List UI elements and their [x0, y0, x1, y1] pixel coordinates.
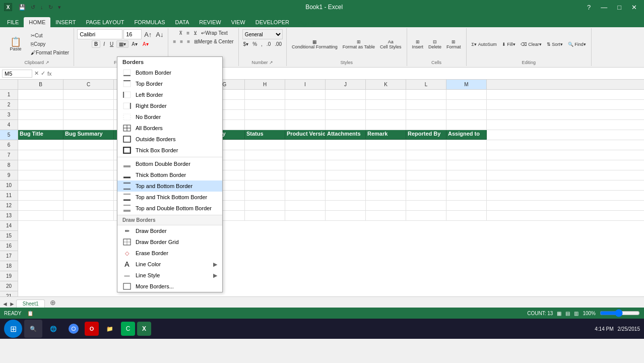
border-button[interactable]: ▦▾ — [116, 40, 128, 48]
clear-button[interactable]: ⌫ Clear▾ — [519, 41, 544, 48]
cell-styles-button[interactable]: Aa Cell Styles — [378, 38, 404, 50]
font-size-input[interactable] — [123, 29, 142, 39]
cell-m1[interactable] — [446, 90, 487, 99]
cell-l5-reportedby[interactable]: Reported By — [406, 130, 446, 140]
format-painter-button[interactable]: 🖌 Format Painter — [29, 49, 71, 56]
align-left-button[interactable]: ≡ — [171, 38, 177, 45]
insert-button[interactable]: ⊞ Insert — [410, 38, 426, 50]
undo-arrow[interactable]: ↓ — [39, 4, 45, 11]
start-button[interactable]: ⊞ — [4, 320, 22, 338]
taskbar-search-button[interactable]: 🔍 — [24, 320, 42, 338]
line-color-item[interactable]: A Line Color ▶ — [117, 259, 222, 270]
zoom-slider[interactable] — [600, 309, 640, 317]
currency-button[interactable]: $▾ — [242, 40, 250, 48]
increase-decimal-button[interactable]: .0 — [265, 40, 272, 48]
format-button[interactable]: ⊞ Format — [444, 38, 463, 50]
cell-reference-input[interactable] — [2, 70, 32, 78]
conditional-formatting-button[interactable]: ▦ Conditional Formatting — [290, 38, 340, 50]
scroll-left-tab-button[interactable]: ◄ — [2, 300, 8, 308]
all-borders-item[interactable]: All Borders — [117, 123, 222, 134]
more-qa-button[interactable]: ▾ — [56, 4, 62, 11]
sort-filter-button[interactable]: ⇅ Sort▾ — [545, 41, 565, 48]
cell-j5-attachments[interactable]: Attachments — [326, 130, 366, 140]
cell-k1[interactable] — [366, 90, 406, 99]
draw-border-item[interactable]: ✏ Draw Border — [117, 225, 222, 236]
font-name-input[interactable] — [77, 29, 122, 39]
more-borders-item[interactable]: More Borders... — [117, 281, 222, 292]
tab-file[interactable]: FILE — [2, 17, 24, 27]
underline-button[interactable]: U — [108, 41, 115, 47]
add-sheet-button[interactable]: ⊕ — [46, 297, 60, 308]
normal-view-button[interactable]: ▦ — [557, 311, 561, 316]
tab-review[interactable]: REVIEW — [194, 17, 226, 27]
cancel-input-button[interactable]: ✕ — [34, 70, 39, 77]
tab-developer[interactable]: DEVELOPER — [250, 17, 294, 27]
delete-button[interactable]: ⊟ Delete — [426, 38, 443, 50]
number-format-select[interactable]: General — [242, 29, 283, 39]
thick-box-border-item[interactable]: Thick Box Border — [117, 145, 222, 156]
format-as-table-button[interactable]: ⊞ Format as Table — [341, 38, 377, 50]
col-header-l[interactable]: L — [406, 80, 446, 89]
col-header-i[interactable]: I — [285, 80, 326, 89]
bold-button[interactable]: B — [92, 40, 100, 48]
erase-border-item[interactable]: ◇ Erase Border — [117, 248, 222, 259]
find-select-button[interactable]: 🔍 Find▾ — [566, 41, 588, 48]
bottom-border-item[interactable]: Bottom Border — [117, 67, 222, 78]
tab-home[interactable]: HOME — [24, 17, 50, 27]
wrap-text-button[interactable]: ↵ Wrap Text — [200, 29, 229, 37]
taskbar-chrome-icon[interactable] — [65, 320, 83, 338]
cut-button[interactable]: ✂ Cut — [29, 32, 71, 39]
cell-h1[interactable] — [245, 90, 285, 99]
top-thick-bottom-border-item[interactable]: Top and Thick Bottom Border — [117, 192, 222, 203]
fill-button[interactable]: ⬇ Fill▾ — [500, 41, 518, 48]
draw-border-grid-item[interactable]: Draw Border Grid — [117, 236, 222, 248]
cell-k5-remark[interactable]: Remark — [366, 130, 406, 140]
col-header-h[interactable]: H — [245, 80, 285, 89]
cell-b2[interactable] — [18, 100, 63, 109]
align-bottom-button[interactable]: ⊻ — [192, 29, 199, 37]
taskbar-excel-icon[interactable]: X — [137, 322, 151, 336]
cell-h5-status[interactable]: Status — [245, 130, 285, 140]
top-border-item[interactable]: Top Border — [117, 78, 222, 89]
align-right-button[interactable]: ≡ — [185, 38, 191, 45]
page-break-view-button[interactable]: ▥ — [574, 311, 578, 316]
line-style-item[interactable]: — Line Style ▶ — [117, 270, 222, 281]
cell-c1[interactable] — [63, 90, 114, 99]
cell-l1[interactable] — [406, 90, 446, 99]
taskbar-ie-icon[interactable]: 🌐 — [44, 320, 62, 338]
col-header-m[interactable]: M — [446, 80, 487, 89]
right-border-item[interactable]: Right Border — [117, 100, 222, 111]
col-header-j[interactable]: J — [326, 80, 366, 89]
help-button[interactable]: ? — [584, 3, 594, 12]
align-center-button[interactable]: ≡ — [178, 38, 184, 45]
fill-color-button[interactable]: A▾ — [130, 41, 140, 47]
decrease-decimal-button[interactable]: .00 — [273, 40, 283, 48]
paste-button[interactable]: 📋 Paste — [3, 36, 28, 52]
insert-function-button[interactable]: fx — [47, 71, 52, 77]
page-layout-view-button[interactable]: ▤ — [565, 311, 570, 316]
cell-i5-productversion[interactable]: Product Version — [285, 130, 326, 140]
no-border-item[interactable]: No Border — [117, 111, 222, 123]
bottom-double-border-item[interactable]: Bottom Double Border — [117, 158, 222, 169]
undo-button[interactable]: ↺ — [29, 4, 37, 11]
minimize-button[interactable]: — — [598, 3, 610, 12]
confirm-input-button[interactable]: ✓ — [41, 70, 45, 77]
tab-formulas[interactable]: FORMULAS — [129, 17, 170, 27]
col-header-b[interactable]: B — [18, 80, 63, 89]
autosum-button[interactable]: Σ▾ AutoSum — [470, 41, 499, 48]
increase-font-button[interactable]: A↑ — [143, 30, 153, 39]
redo-button[interactable]: ↻ — [47, 4, 54, 11]
maximize-button[interactable]: □ — [614, 3, 624, 12]
cell-b1[interactable] — [18, 90, 63, 99]
taskbar-clip-icon[interactable]: C — [121, 322, 135, 336]
taskbar-folder-icon[interactable]: 📁 — [101, 320, 119, 338]
font-color-button[interactable]: A▾ — [141, 41, 151, 47]
tab-view[interactable]: VIEW — [226, 17, 250, 27]
copy-button[interactable]: ⎘ Copy — [29, 40, 71, 48]
decrease-font-button[interactable]: A↓ — [154, 30, 165, 39]
comma-button[interactable]: , — [260, 40, 264, 48]
top-double-bottom-border-item[interactable]: Top and Double Bottom Border — [117, 203, 222, 214]
cell-c5-bugsummary[interactable]: Bug Summary — [63, 130, 114, 140]
italic-button[interactable]: I — [101, 41, 107, 47]
sheet-tab-sheet1[interactable]: Sheet1 — [16, 299, 45, 308]
